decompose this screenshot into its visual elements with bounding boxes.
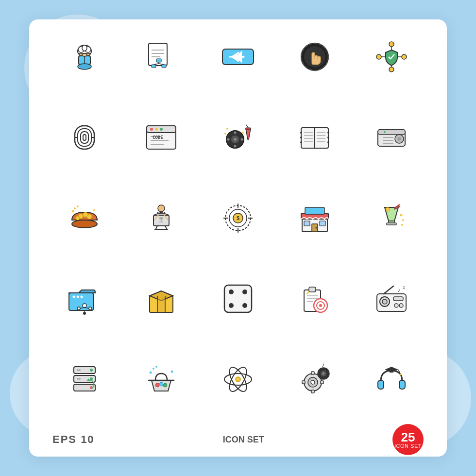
svg-point-80: [327, 141, 329, 143]
svg-text:CODE: CODE: [153, 135, 163, 140]
icon-hand-circle: [279, 21, 351, 93]
svg-point-57: [227, 138, 230, 141]
svg-point-155: [242, 303, 247, 308]
icon-target-clipboard: [279, 263, 351, 335]
icon-chef: [49, 21, 120, 93]
svg-text:♪: ♪: [322, 361, 324, 368]
svg-marker-59: [246, 129, 251, 139]
bottom-bar: EPS 10 ICON SET 25 ICON SET: [49, 424, 427, 455]
svg-point-136: [81, 296, 83, 298]
icon-film-drink: [202, 102, 274, 173]
svg-point-63: [226, 128, 228, 130]
svg-point-54: [234, 138, 237, 141]
svg-text:$: $: [237, 215, 239, 221]
svg-point-188: [150, 372, 152, 374]
svg-point-75: [300, 132, 302, 134]
svg-point-186: [159, 382, 163, 386]
svg-line-166: [384, 286, 393, 294]
svg-point-154: [229, 303, 234, 308]
svg-rect-60: [246, 128, 251, 130]
svg-point-212: [399, 374, 401, 375]
svg-point-29: [389, 42, 394, 47]
icon-shop: [279, 182, 351, 254]
icon-podium-speaker: [125, 182, 197, 254]
svg-point-152: [229, 289, 234, 294]
icon-package-box: [125, 263, 197, 335]
icon-code-browser: CODE: [125, 102, 197, 173]
svg-point-183: [79, 378, 81, 380]
svg-point-89: [72, 220, 97, 228]
svg-rect-200: [311, 390, 314, 393]
icon-shopping-basket: [125, 343, 197, 415]
svg-point-187: [163, 383, 167, 387]
svg-point-45: [150, 128, 153, 131]
svg-point-64: [242, 132, 244, 134]
svg-rect-207: [378, 380, 384, 389]
svg-point-170: [394, 304, 398, 307]
icon-food-bowl: [49, 182, 120, 254]
svg-point-139: [89, 307, 92, 310]
icon-server-sync: [49, 343, 120, 415]
svg-point-98: [158, 205, 165, 212]
svg-point-153: [242, 289, 247, 294]
svg-point-198: [311, 380, 315, 384]
svg-line-104: [155, 226, 157, 230]
svg-point-121: [316, 227, 317, 229]
svg-rect-202: [321, 381, 323, 384]
svg-point-93: [76, 216, 80, 220]
svg-rect-123: [320, 221, 325, 226]
svg-line-61: [246, 125, 248, 128]
icon-air-conditioner: [356, 102, 427, 173]
icon-shield-network: [356, 21, 427, 93]
badge-sub-label: ICON SET: [394, 443, 422, 449]
icon-target-dollar: $: [202, 182, 274, 254]
svg-line-105: [165, 226, 167, 230]
icon-count-badge: 25 ICON SET: [392, 424, 424, 455]
svg-rect-148: [157, 296, 165, 312]
icon-document-tree: [125, 21, 197, 93]
icon-radio: ♪ ♫: [356, 263, 427, 335]
svg-rect-119: [305, 207, 324, 214]
svg-point-130: [400, 214, 403, 217]
badge-number: 25: [401, 431, 415, 443]
svg-point-4: [82, 45, 87, 51]
svg-rect-201: [302, 381, 305, 384]
svg-point-79: [327, 136, 329, 138]
svg-point-30: [376, 54, 381, 59]
svg-point-55: [234, 132, 237, 134]
svg-rect-15: [162, 65, 166, 68]
svg-point-171: [399, 304, 403, 307]
svg-rect-210: [390, 370, 393, 373]
svg-point-185: [155, 383, 159, 387]
icon-headphones-graduate: [356, 343, 427, 415]
icon-gear-music-disc: ♪: [279, 343, 351, 415]
svg-point-181: [79, 369, 81, 371]
svg-text:♫: ♫: [402, 285, 406, 290]
svg-rect-199: [311, 372, 314, 374]
icon-dice: [202, 263, 274, 335]
svg-point-47: [160, 128, 163, 131]
svg-point-135: [77, 296, 79, 298]
svg-point-191: [171, 371, 173, 373]
svg-point-97: [93, 209, 95, 211]
svg-rect-40: [83, 135, 86, 140]
icon-cocktail: [356, 182, 427, 254]
icon-atom: [202, 343, 274, 415]
icon-back-arrow: [202, 21, 274, 93]
svg-rect-157: [309, 287, 316, 292]
icon-open-book: [279, 102, 351, 173]
svg-point-190: [155, 366, 157, 368]
svg-point-168: [382, 299, 387, 304]
svg-point-92: [87, 214, 92, 219]
svg-point-58: [241, 138, 243, 141]
svg-point-128: [386, 207, 390, 211]
svg-rect-126: [387, 223, 396, 225]
svg-point-195: [236, 377, 240, 382]
svg-point-32: [389, 67, 394, 72]
svg-point-131: [402, 219, 404, 221]
main-card: CODE: [29, 19, 447, 457]
svg-point-163: [319, 304, 322, 307]
svg-point-205: [323, 373, 325, 375]
svg-point-143: [83, 312, 86, 315]
svg-point-76: [300, 136, 302, 138]
